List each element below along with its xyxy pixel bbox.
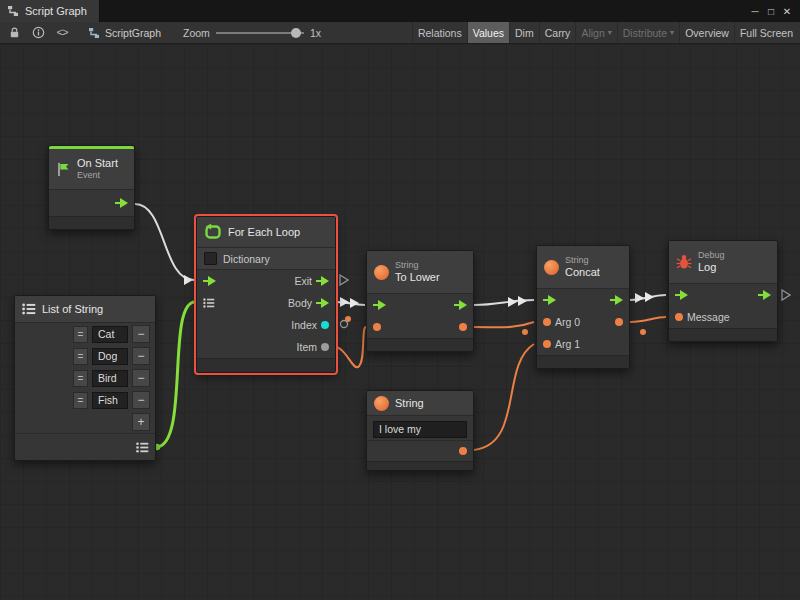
add-item-button[interactable]: +	[132, 413, 150, 431]
align-button[interactable]: Align ▾	[575, 22, 616, 43]
arg0-port[interactable]	[543, 318, 551, 326]
info-icon[interactable]	[26, 22, 50, 43]
index-unconnected-marker	[341, 321, 348, 328]
flow-in-port[interactable]	[675, 290, 688, 300]
body-port[interactable]	[316, 298, 329, 308]
lock-icon[interactable]	[2, 22, 26, 43]
drag-handle[interactable]: =	[73, 392, 88, 409]
maximize-button[interactable]: □	[763, 6, 779, 17]
relations-button[interactable]: Relations	[412, 22, 467, 43]
graph-tab[interactable]: Script Graph	[0, 0, 100, 22]
remove-item-button[interactable]: −	[132, 347, 150, 365]
node-header[interactable]: List of String	[15, 296, 155, 323]
node-header[interactable]: String Concat	[537, 246, 629, 289]
message-port[interactable]	[675, 313, 683, 321]
list-item-field[interactable]: Bird	[92, 370, 128, 387]
node-header[interactable]: For Each Loop	[197, 217, 335, 248]
values-button[interactable]: Values	[467, 22, 509, 43]
string-value-input[interactable]	[373, 421, 467, 438]
node-header[interactable]: String To Lower	[367, 251, 473, 294]
item-port[interactable]	[321, 343, 329, 351]
node-subtitle: Event	[77, 170, 118, 181]
flow-in-port[interactable]	[373, 300, 386, 310]
list-item-field[interactable]: Cat	[92, 326, 128, 343]
close-button[interactable]: ✕	[779, 6, 795, 17]
overview-button[interactable]: Overview	[679, 22, 734, 43]
flow-out-port[interactable]	[758, 290, 771, 300]
node-footer	[367, 461, 473, 470]
list-item-field[interactable]: Fish	[92, 392, 128, 409]
graph-name[interactable]: ScriptGraph	[88, 27, 161, 39]
wire-tolower-to-concat	[474, 300, 534, 305]
list-item-field[interactable]: Dog	[92, 348, 128, 365]
node-category: String	[395, 260, 440, 271]
list-in-port[interactable]	[203, 298, 215, 308]
node-on-start[interactable]: On Start Event	[48, 145, 135, 230]
flow-out-port[interactable]	[115, 198, 128, 208]
zoom-slider[interactable]	[216, 32, 304, 34]
index-port[interactable]	[321, 321, 329, 329]
flow-out-port[interactable]	[454, 300, 467, 310]
bug-icon	[676, 254, 692, 270]
node-to-lower[interactable]: String To Lower	[366, 250, 474, 352]
remove-item-button[interactable]: −	[132, 391, 150, 409]
wire-tolower-to-arg0	[474, 322, 534, 327]
arg1-port[interactable]	[543, 340, 551, 348]
node-string-literal[interactable]: String	[366, 390, 474, 471]
list-item-row: = Fish −	[15, 389, 155, 411]
log-exit-unconnected-marker	[782, 290, 790, 300]
node-header[interactable]: String	[367, 391, 473, 416]
distribute-button[interactable]: Distribute ▾	[617, 22, 679, 43]
node-for-each-loop[interactable]: For Each Loop Dictionary Exit	[196, 216, 336, 373]
arg0-label: Arg 0	[555, 316, 580, 328]
drag-handle[interactable]: =	[73, 348, 88, 365]
minimize-button[interactable]: ─	[747, 6, 763, 17]
code-view-icon[interactable]: <>	[50, 22, 74, 43]
value-flow-dot	[345, 316, 351, 322]
zoom-slider-knob[interactable]	[291, 28, 301, 38]
window-title: Script Graph	[25, 5, 87, 17]
script-graph-icon	[88, 27, 100, 39]
remove-item-button[interactable]: −	[132, 325, 150, 343]
flow-in-port[interactable]	[543, 295, 556, 305]
remove-item-button[interactable]: −	[132, 369, 150, 387]
flow-in-port[interactable]	[203, 276, 216, 286]
dim-button[interactable]: Dim	[509, 22, 539, 43]
value-flow-dot	[522, 329, 528, 335]
node-list-of-string[interactable]: List of String = Cat − = Dog − = Bird − …	[14, 295, 156, 461]
node-header[interactable]: On Start Event	[49, 149, 134, 190]
exit-port-label: Exit	[294, 275, 312, 287]
toolbar-buttons: Relations Values Dim Carry Align ▾ Distr…	[412, 22, 798, 43]
node-log[interactable]: Debug Log Message	[668, 240, 778, 342]
node-footer	[537, 355, 629, 368]
graph-canvas[interactable]: On Start Event List of String =	[0, 44, 800, 600]
result-out-port[interactable]	[615, 318, 623, 326]
wire-item-to-tolower	[332, 327, 366, 367]
list-icon	[22, 303, 36, 315]
wire-concat-to-message	[630, 317, 666, 322]
loop-icon	[204, 223, 222, 241]
string-out-port[interactable]	[459, 323, 467, 331]
flow-arrowhead	[635, 293, 644, 303]
exit-port[interactable]	[316, 276, 329, 286]
node-header[interactable]: Debug Log	[669, 241, 777, 284]
drag-handle[interactable]: =	[73, 370, 88, 387]
graph-name-label: ScriptGraph	[105, 27, 161, 39]
list-item-row: = Bird −	[15, 367, 155, 389]
node-title: String	[395, 397, 424, 409]
node-footer	[197, 358, 335, 372]
drag-handle[interactable]: =	[73, 326, 88, 343]
list-output-port[interactable]	[136, 442, 149, 453]
body-port-label: Body	[288, 297, 312, 309]
dictionary-option: Dictionary	[197, 248, 335, 270]
chevron-down-icon: ▾	[608, 29, 612, 37]
node-title: Concat	[565, 266, 600, 279]
carry-button[interactable]: Carry	[539, 22, 576, 43]
dictionary-checkbox[interactable]	[204, 252, 217, 265]
string-in-port[interactable]	[373, 323, 381, 331]
fullscreen-button[interactable]: Full Screen	[734, 22, 798, 43]
string-out-port[interactable]	[459, 447, 467, 455]
flow-out-port[interactable]	[610, 295, 623, 305]
node-concat[interactable]: String Concat Arg 0 Arg 1	[536, 245, 630, 369]
title-bar: Script Graph ─ □ ✕	[0, 0, 800, 22]
